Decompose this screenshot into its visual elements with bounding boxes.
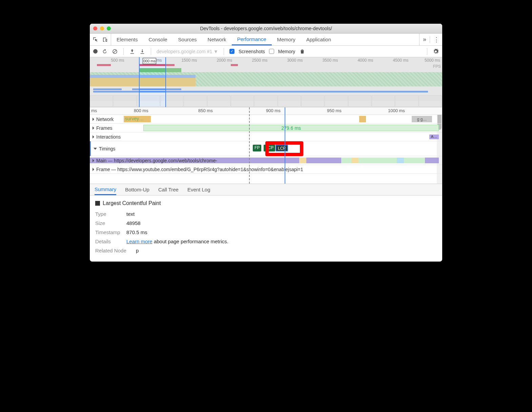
tab-memory[interactable]: Memory xyxy=(272,34,301,45)
tab-performance[interactable]: Performance xyxy=(232,34,272,45)
label-details: Details xyxy=(95,239,126,244)
summary-title: Largest Contentful Paint xyxy=(95,200,437,206)
screenshots-label: Screenshots xyxy=(239,49,265,54)
learn-more-link[interactable]: Learn more xyxy=(126,239,152,244)
tab-network[interactable]: Network xyxy=(202,34,232,45)
network-gg-block[interactable]: g g… xyxy=(412,116,432,122)
perf-toolbar: developers.google.com #1 ▼ Screenshots M… xyxy=(90,46,442,57)
tab-console[interactable]: Console xyxy=(143,34,173,45)
detail-pane[interactable]: ms 800 ms 850 ms 900 ms 950 ms 1000 ms N… xyxy=(90,107,442,184)
topbar: Elements Console Sources Network Perform… xyxy=(90,34,442,46)
inspect-icon[interactable] xyxy=(93,37,99,43)
chevron-right-icon xyxy=(93,159,94,162)
value-size: 48958 xyxy=(126,220,141,226)
fp-marker[interactable]: FP xyxy=(253,145,261,151)
window-title: DevTools - developers.google.com/web/too… xyxy=(90,26,442,31)
svg-line-1 xyxy=(114,50,117,53)
network-item[interactable]: survey… xyxy=(124,116,151,122)
trash-icon[interactable] xyxy=(299,48,305,55)
clear-icon[interactable] xyxy=(112,48,118,55)
chevron-down-icon xyxy=(94,148,97,150)
page-select[interactable]: developers.google.com #1 ▼ xyxy=(157,49,218,54)
reload-icon[interactable] xyxy=(102,48,108,55)
titlebar: DevTools - developers.google.com/web/too… xyxy=(90,24,442,34)
track-frame[interactable]: Frame — https://www.youtube.com/embed/G_… xyxy=(90,165,442,174)
btab-bottom-up[interactable]: Bottom-Up xyxy=(125,185,149,194)
label-related-node: Related Node xyxy=(95,248,136,253)
chevron-right-icon xyxy=(93,168,94,171)
overview-pane[interactable]: 500 ms 1000 ms 1500 ms 2000 ms 2500 ms 3… xyxy=(90,57,442,107)
tab-sources[interactable]: Sources xyxy=(173,34,202,45)
chevron-right-icon xyxy=(93,126,94,130)
track-interactions[interactable]: Interactions A… xyxy=(90,132,442,141)
hover-line xyxy=(249,107,250,184)
swatch-icon xyxy=(95,201,100,206)
chevron-right-icon xyxy=(93,118,94,121)
device-toggle-icon[interactable] xyxy=(102,37,108,43)
value-timestamp: 870.5 ms xyxy=(126,229,147,235)
tab-application[interactable]: Application xyxy=(301,34,336,45)
annotation-highlight xyxy=(265,141,303,156)
detail-ruler: ms 800 ms 850 ms 900 ms 950 ms 1000 ms xyxy=(90,107,442,115)
overflow-icon[interactable]: » xyxy=(423,36,426,43)
label-type: Type xyxy=(95,211,126,217)
memory-label: Memory xyxy=(278,49,295,54)
summary-panel: Largest Contentful Paint Typetext Size48… xyxy=(90,195,442,262)
bottom-tabs: Summary Bottom-Up Call Tree Event Log xyxy=(90,184,442,195)
value-related-node[interactable]: p xyxy=(136,248,139,253)
upload-icon[interactable] xyxy=(129,48,135,55)
memory-checkbox[interactable] xyxy=(269,49,274,54)
track-main[interactable]: Main — https://developers.google.com/web… xyxy=(90,156,442,165)
screenshots-checkbox[interactable] xyxy=(229,49,234,54)
record-button[interactable] xyxy=(93,49,98,54)
devtools-window: DevTools - developers.google.com/web/too… xyxy=(90,24,442,262)
playhead-line xyxy=(285,107,285,184)
tab-elements[interactable]: Elements xyxy=(111,34,143,45)
network-block[interactable] xyxy=(359,116,366,122)
label-size: Size xyxy=(95,220,126,226)
track-timings[interactable]: Timings FP FCP LCP xyxy=(90,141,442,156)
main-tabs: Elements Console Sources Network Perform… xyxy=(111,34,336,45)
btab-call-tree[interactable]: Call Tree xyxy=(158,185,179,194)
overview-tooltip: 000 ms xyxy=(143,58,156,64)
btab-event-log[interactable]: Event Log xyxy=(187,185,210,194)
kebab-icon[interactable]: ⋮ xyxy=(433,36,439,43)
overview-selection[interactable] xyxy=(139,57,166,107)
label-timestamp: Timestamp xyxy=(95,229,126,235)
chevron-right-icon xyxy=(93,135,94,139)
value-type: text xyxy=(126,211,135,217)
interaction-badge[interactable]: A… xyxy=(429,135,439,139)
gear-icon[interactable] xyxy=(433,48,439,55)
track-network[interactable]: Network survey… g g… xyxy=(90,115,442,124)
track-frames[interactable]: Frames 279.6 ms xyxy=(90,124,442,132)
frame-bar[interactable]: 279.6 ms xyxy=(143,125,439,131)
download-icon[interactable] xyxy=(139,48,145,55)
btab-summary[interactable]: Summary xyxy=(95,184,116,195)
